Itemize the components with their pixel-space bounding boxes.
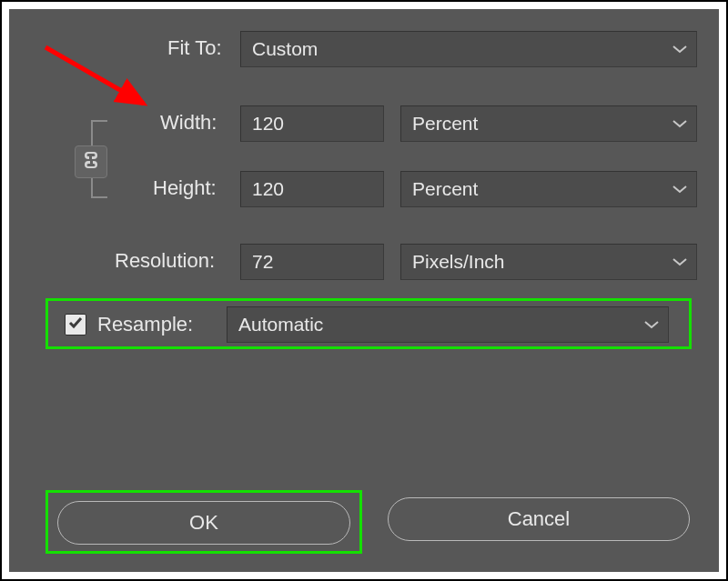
link-dimensions-button[interactable] (75, 145, 107, 178)
constrain-proportions (84, 109, 136, 209)
row-resample: Resample: Automatic (46, 298, 692, 349)
label-height: Height: (153, 176, 217, 200)
resample-dropdown[interactable]: Automatic (227, 306, 669, 343)
checkmark-icon (67, 315, 84, 335)
height-input[interactable]: 120 (240, 171, 384, 207)
height-unit-value: Percent (412, 178, 478, 199)
resolution-unit-value: Pixels/Inch (412, 251, 505, 272)
chevron-down-icon (672, 257, 687, 266)
width-input[interactable]: 120 (240, 105, 384, 142)
resolution-input[interactable]: 72 (240, 244, 384, 280)
chevron-down-icon (672, 185, 687, 194)
chevron-down-icon (672, 119, 687, 128)
width-value: 120 (252, 113, 284, 134)
ok-button[interactable]: OK (57, 501, 350, 545)
width-unit-value: Percent (412, 113, 478, 134)
label-resolution: Resolution: (115, 249, 215, 273)
resolution-value: 72 (252, 251, 273, 272)
label-fit-to: Fit To: (167, 36, 222, 60)
screenshot-frame: Fit To: Custom (0, 0, 728, 581)
resolution-unit-dropdown[interactable]: Pixels/Inch (400, 244, 697, 280)
link-icon (83, 150, 99, 174)
dialog-buttons: OK Cancel (9, 490, 719, 554)
ok-highlight: OK (46, 490, 362, 554)
label-resample: Resample: (97, 313, 193, 336)
cancel-button-label: Cancel (508, 507, 570, 530)
svg-line-0 (46, 47, 144, 104)
resample-checkbox[interactable] (65, 314, 86, 336)
label-width: Width: (160, 111, 217, 135)
fit-to-dropdown[interactable]: Custom (240, 31, 697, 67)
height-value: 120 (252, 178, 284, 199)
fit-to-value: Custom (252, 38, 318, 59)
cancel-button[interactable]: Cancel (388, 497, 690, 541)
chevron-down-icon (644, 320, 659, 329)
image-size-dialog: Fit To: Custom (9, 9, 719, 572)
height-unit-dropdown[interactable]: Percent (400, 171, 697, 207)
resample-value: Automatic (238, 314, 323, 335)
ok-button-label: OK (189, 511, 218, 534)
width-unit-dropdown[interactable]: Percent (400, 105, 697, 142)
chevron-down-icon (672, 45, 687, 54)
